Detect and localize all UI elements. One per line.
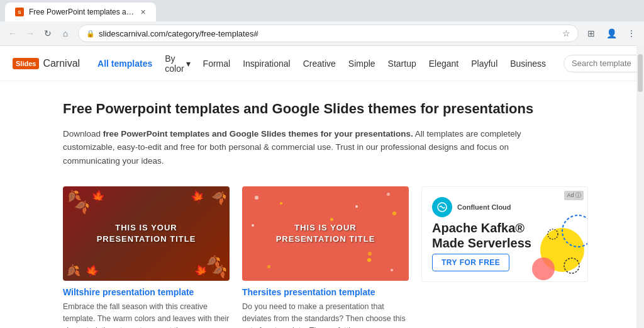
- logo-text: Carnival: [43, 58, 80, 69]
- scroll-thumb[interactable]: [638, 54, 643, 92]
- nav-bar: Slides Carnival All templates By color ▾…: [0, 46, 644, 81]
- browser-toolbar: ← → ↻ ⌂ 🔒 slidescarnival.com/category/fr…: [0, 21, 644, 45]
- bookmark-icon[interactable]: ☆: [562, 28, 570, 38]
- logo-icon: Slides: [13, 58, 39, 69]
- search-box[interactable]: 🔍: [564, 55, 644, 72]
- description-prefix: Download: [63, 129, 103, 139]
- template-desc-thersites: Do you need to make a presentation that …: [242, 301, 409, 328]
- template-title-overlay-wiltshire: THIS IS YOUR PRESENTATION TITLE: [97, 222, 196, 245]
- nav-simple[interactable]: Simple: [343, 55, 380, 72]
- description-bold: free PowerPoint templates and Google Sli…: [103, 129, 413, 139]
- browser-chrome: S Free PowerPoint templates and Google..…: [0, 0, 644, 46]
- template-card-wiltshire: 🍂 🍁 🍂 🍁 🍂 🍂 🍁 🍂 🍁 🍂 THIS IS YOUR PRESENT…: [63, 186, 230, 328]
- tab-close-icon[interactable]: ✕: [140, 8, 146, 16]
- forward-button[interactable]: →: [23, 26, 38, 41]
- nav-elegant[interactable]: Elegant: [424, 55, 464, 72]
- ad-logo-icon: [432, 197, 452, 217]
- nav-all-templates[interactable]: All templates: [92, 55, 157, 72]
- ad-logo-row: Confluent Cloud: [432, 197, 577, 217]
- nav-buttons: ← → ↻ ⌂: [5, 26, 73, 41]
- home-button[interactable]: ⌂: [58, 26, 73, 41]
- nav-startup[interactable]: Startup: [383, 55, 421, 72]
- nav-creative[interactable]: Creative: [298, 55, 341, 72]
- logo[interactable]: Slides Carnival: [13, 58, 80, 69]
- main-nav: All templates By color ▾ Formal Inspirat…: [92, 50, 551, 77]
- template-name-thersites[interactable]: Thersites presentation template: [242, 287, 409, 297]
- nav-playful[interactable]: Playful: [466, 55, 502, 72]
- page-content: Slides Carnival All templates By color ▾…: [0, 46, 644, 328]
- nav-business[interactable]: Business: [505, 55, 551, 72]
- tab-favicon: S: [15, 8, 24, 16]
- menu-button[interactable]: ⋮: [624, 26, 639, 41]
- dropdown-arrow-icon: ▾: [186, 59, 191, 69]
- tabs-bar: S Free PowerPoint templates and Google..…: [0, 0, 644, 21]
- page-description: Download free PowerPoint templates and G…: [63, 127, 566, 168]
- scrollbar[interactable]: [636, 45, 644, 328]
- tab-title: Free PowerPoint templates and Google...: [29, 8, 135, 16]
- browser-actions: ⊞ 👤 ⋮: [584, 26, 639, 41]
- template-desc-wiltshire: Embrace the fall season with this creati…: [63, 301, 230, 328]
- ad-logo-text: Confluent Cloud: [457, 203, 511, 211]
- extensions-button[interactable]: ⊞: [584, 26, 599, 41]
- template-card-thersites: THIS IS YOUR PRESENTATION TITLE Thersite…: [242, 186, 409, 328]
- address-bar[interactable]: 🔒 slidescarnival.com/category/free-templ…: [78, 25, 579, 42]
- ad-content: Confluent Cloud Apache Kafka® Made Serve…: [422, 187, 587, 281]
- ad-card[interactable]: Ad ⓘ Confluent Cloud Apache K: [421, 186, 588, 282]
- back-button[interactable]: ←: [5, 26, 20, 41]
- nav-formal[interactable]: Formal: [198, 55, 236, 72]
- template-thumbnail-wiltshire[interactable]: 🍂 🍁 🍂 🍁 🍂 🍂 🍁 🍂 🍁 🍂 THIS IS YOUR PRESENT…: [63, 186, 230, 281]
- nav-inspirational[interactable]: Inspirational: [238, 55, 296, 72]
- active-tab[interactable]: S Free PowerPoint templates and Google..…: [5, 3, 156, 21]
- ad-badge: Ad ⓘ: [564, 191, 584, 200]
- main-content: Free Powerpoint templates and Google Sli…: [0, 81, 644, 328]
- templates-grid: 🍂 🍁 🍂 🍁 🍂 🍂 🍁 🍂 🍁 🍂 THIS IS YOUR PRESENT…: [63, 186, 581, 328]
- ad-cta-button[interactable]: TRY FOR FREE: [432, 254, 509, 271]
- template-title-overlay-thersites: THIS IS YOUR PRESENTATION TITLE: [276, 222, 375, 245]
- refresh-button[interactable]: ↻: [40, 26, 55, 41]
- nav-by-color[interactable]: By color ▾: [160, 50, 195, 77]
- profile-button[interactable]: 👤: [604, 26, 619, 41]
- template-name-wiltshire[interactable]: Wiltshire presentation template: [63, 287, 230, 297]
- ad-headline: Apache Kafka® Made Serverless: [432, 220, 577, 251]
- template-thumbnail-thersites[interactable]: THIS IS YOUR PRESENTATION TITLE: [242, 186, 409, 281]
- lock-icon: 🔒: [86, 30, 95, 38]
- url-text: slidescarnival.com/category/free-templat…: [99, 29, 558, 38]
- page-title: Free Powerpoint templates and Google Sli…: [63, 100, 581, 118]
- search-input[interactable]: [572, 59, 644, 68]
